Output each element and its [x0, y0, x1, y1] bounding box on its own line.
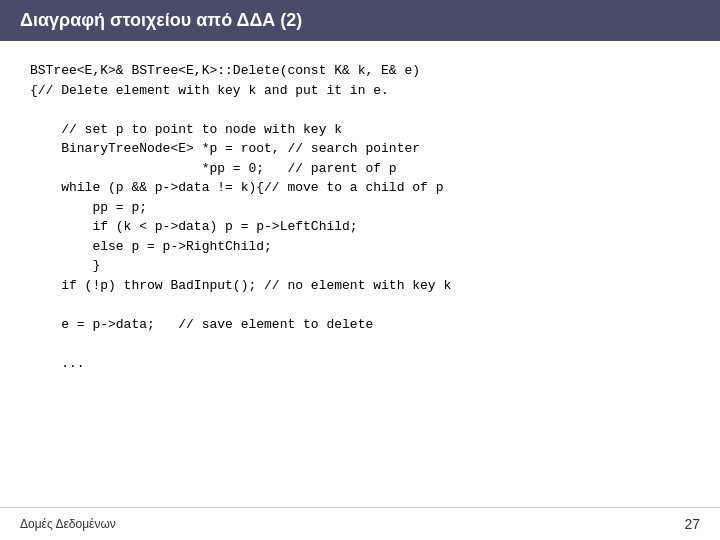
footer-left-text: Δομές Δεδομένων	[20, 517, 116, 531]
content-area: BSTree<E,K>& BSTree<E,K>::Delete(const K…	[0, 41, 720, 507]
header-title: Διαγραφή στοιχείου από ΔΔΑ (2)	[20, 10, 302, 31]
slide-container: Διαγραφή στοιχείου από ΔΔΑ (2) BSTree<E,…	[0, 0, 720, 540]
footer-bar: Δομές Δεδομένων 27	[0, 507, 720, 540]
code-block: BSTree<E,K>& BSTree<E,K>::Delete(const K…	[30, 61, 690, 487]
header-bar: Διαγραφή στοιχείου από ΔΔΑ (2)	[0, 0, 720, 41]
footer-page-number: 27	[684, 516, 700, 532]
